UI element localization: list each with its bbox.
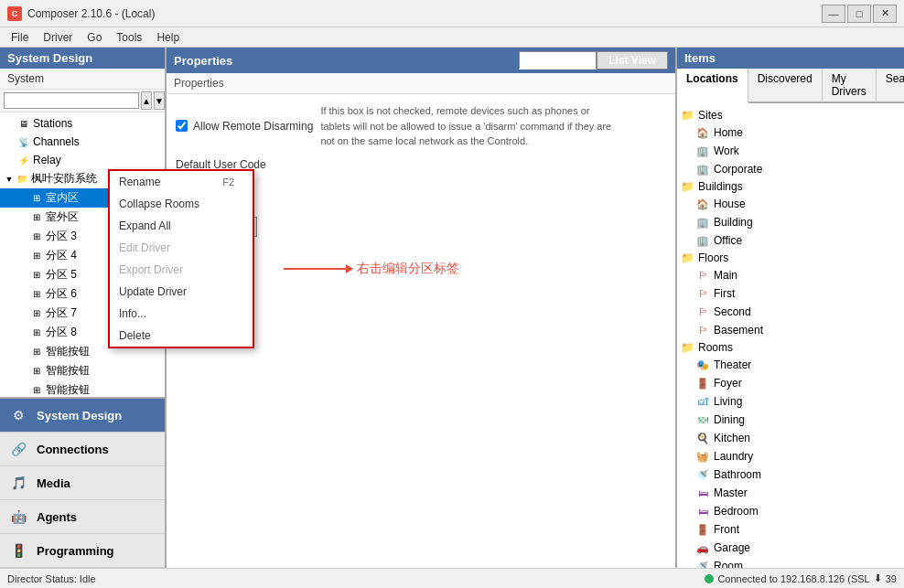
smart2-icon: ⊞ (29, 364, 44, 379)
tree-item-smart2[interactable]: ⊞ 智能按钮 (0, 361, 165, 380)
folder-icon-buildings: 📁 (681, 180, 694, 193)
right-item-theater[interactable]: 🎭 Theater (677, 356, 904, 374)
tree-label-smart3: 智能按钮 (46, 382, 90, 397)
right-folder-sites[interactable]: 📁 Sites (677, 107, 904, 123)
nav-system-design[interactable]: ⚙ System Design (0, 399, 165, 433)
ctx-collapse-rooms[interactable]: Collapse Rooms (110, 193, 253, 215)
ctx-edit-driver: Edit Driver (110, 237, 253, 259)
connection-status-dot (705, 574, 714, 583)
tree-item-smart3[interactable]: ⊞ 智能按钮 (0, 380, 165, 397)
tab-list-view[interactable]: List View (597, 51, 668, 69)
status-right: Connected to 192.168.8.126 (SSL ⬇ 39 (705, 572, 897, 584)
right-header: Items (677, 48, 904, 69)
right-item-master[interactable]: 🛏 Master (677, 484, 904, 502)
right-label-main: Main (714, 269, 737, 282)
tree-label-channels: Channels (33, 135, 80, 148)
tree-item-channels[interactable]: 📡 Channels (0, 133, 165, 151)
folder-icon-fengye: 📁 (15, 172, 29, 187)
ctx-delete[interactable]: Delete (110, 325, 253, 347)
tree-label-zone3: 分区 3 (46, 229, 77, 244)
nav-label-connections: Connections (37, 443, 109, 456)
right-item-room[interactable]: 🚿 Room (677, 557, 904, 568)
nav-programming[interactable]: 🚦 Programming (0, 534, 165, 568)
stations-icon: 🖥 (16, 116, 31, 131)
garage-icon: 🚗 (695, 540, 710, 555)
right-item-house[interactable]: 🏠 House (677, 195, 904, 213)
nav-connections[interactable]: 🔗 Connections (0, 433, 165, 466)
tab-discovered[interactable]: Discovered (748, 69, 823, 102)
ctx-rename[interactable]: Rename F2 (110, 171, 253, 193)
tree-label-indoor: 室内区 (46, 190, 79, 206)
ctx-info[interactable]: Info... (110, 303, 253, 325)
right-item-kitchen[interactable]: 🍳 Kitchen (677, 429, 904, 447)
tab-my-drivers[interactable]: My Drivers (823, 69, 877, 102)
menu-go[interactable]: Go (80, 29, 109, 46)
download-icon: ⬇ (874, 572, 882, 584)
tree-label-relay: Relay (33, 154, 61, 166)
house-icon: 🏠 (695, 197, 710, 211)
right-label-sites: Sites (698, 109, 723, 122)
menu-file[interactable]: File (4, 29, 36, 46)
allow-remote-row: Allow Remote Disarming If this box is no… (176, 103, 666, 149)
maximize-button[interactable]: □ (847, 5, 871, 23)
close-button[interactable]: ✕ (873, 5, 897, 23)
menu-tools[interactable]: Tools (109, 29, 149, 46)
nav-label-system: System Design (37, 409, 122, 422)
status-bar: Director Status: Idle Connected to 192.1… (0, 568, 904, 588)
master-icon: 🛏 (695, 486, 710, 500)
nav-media[interactable]: 🎵 Media (0, 466, 165, 500)
ctx-update-driver[interactable]: Update Driver (110, 281, 253, 303)
system-design-icon: ⚙ (7, 404, 29, 426)
right-item-first[interactable]: 🏳 First (677, 284, 904, 303)
tab-search[interactable]: Search (877, 69, 904, 102)
right-item-building[interactable]: 🏢 Building (677, 213, 904, 231)
right-label-corporate: Corporate (714, 163, 762, 176)
right-item-office[interactable]: 🏢 Office (677, 231, 904, 250)
office-icon: 🏢 (695, 233, 710, 248)
right-item-work[interactable]: 🏢 Work (677, 142, 904, 160)
right-label-bedroom: Bedroom (714, 505, 759, 518)
right-label-master: Master (714, 486, 748, 499)
annotation-text: 右击编辑分区标签 (357, 261, 459, 277)
tree-label-zone5: 分区 5 (46, 267, 77, 283)
tab-properties[interactable]: Properties (519, 51, 597, 69)
right-item-basement[interactable]: 🏳 Basement (677, 321, 904, 339)
ctx-expand-all[interactable]: Expand All (110, 215, 253, 237)
right-item-living[interactable]: 🛋 Living (677, 392, 904, 411)
home-icon: 🏠 (695, 125, 710, 140)
tree-label-stations: Stations (33, 117, 72, 130)
right-item-home[interactable]: 🏠 Home (677, 123, 904, 142)
right-label-first: First (714, 287, 735, 300)
search-input[interactable] (4, 92, 139, 109)
right-item-main[interactable]: 🏳 Main (677, 266, 904, 284)
right-item-bedroom[interactable]: 🛏 Bedroom (677, 502, 904, 520)
right-folder-buildings[interactable]: 📁 Buildings (677, 178, 904, 195)
tab-locations[interactable]: Locations (677, 69, 748, 103)
building-icon: 🏢 (695, 215, 710, 230)
right-item-dining[interactable]: 🍽 Dining (677, 411, 904, 429)
right-item-second[interactable]: 🏳 Second (677, 303, 904, 321)
right-label-second: Second (714, 305, 751, 318)
allow-remote-checkbox[interactable] (176, 120, 188, 132)
tree-item-relay[interactable]: ⚡ Relay (0, 151, 165, 169)
ctx-edit-driver-label: Edit Driver (119, 241, 170, 254)
right-folder-rooms[interactable]: 📁 Rooms (677, 339, 904, 356)
right-folder-floors[interactable]: 📁 Floors (677, 250, 904, 266)
down-button[interactable]: ▼ (154, 91, 165, 110)
up-button[interactable]: ▲ (141, 91, 152, 110)
right-item-laundry[interactable]: 🧺 Laundry (677, 447, 904, 465)
tree-label-zone8: 分区 8 (46, 325, 77, 340)
right-item-foyer[interactable]: 🚪 Foyer (677, 374, 904, 392)
tree-item-stations[interactable]: 🖥 Stations (0, 114, 165, 133)
right-item-garage[interactable]: 🚗 Garage (677, 539, 904, 557)
menu-help[interactable]: Help (149, 29, 187, 46)
allow-remote-desc: If this box is not checked, remote devic… (320, 103, 613, 149)
right-item-bathroom[interactable]: 🚿 Bathroom (677, 465, 904, 484)
expand-arrow-fengye: ▼ (4, 174, 15, 185)
minimize-button[interactable]: — (822, 5, 845, 23)
right-label-work: Work (714, 144, 739, 157)
nav-agents[interactable]: 🤖 Agents (0, 500, 165, 534)
menu-driver[interactable]: Driver (36, 29, 80, 46)
right-item-corporate[interactable]: 🏢 Corporate (677, 160, 904, 178)
right-item-front[interactable]: 🚪 Front (677, 520, 904, 539)
